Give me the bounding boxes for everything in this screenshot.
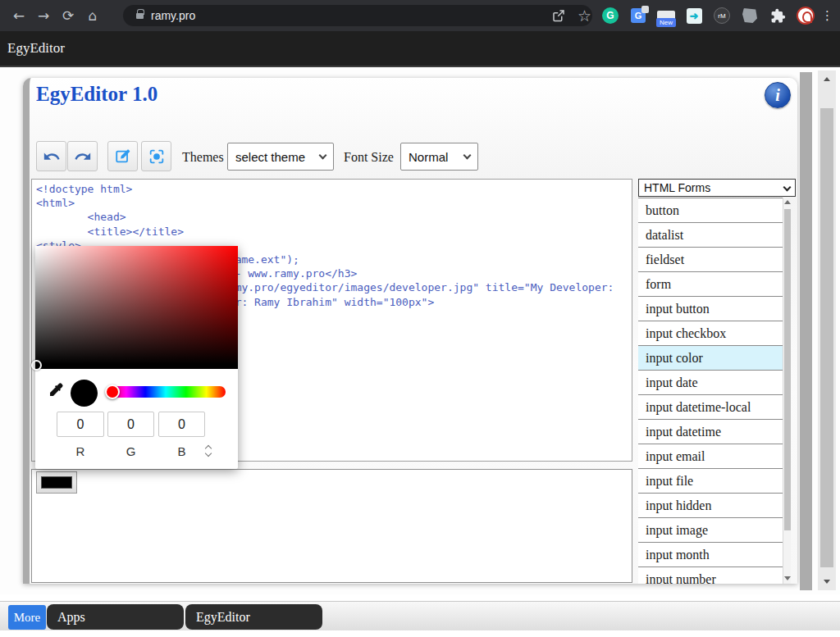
element-list-scrollbar[interactable] (783, 198, 791, 584)
element-list-item[interactable]: input datetime (638, 420, 783, 444)
element-list-item[interactable]: fieldset (638, 248, 783, 272)
grammarly-extension-icon[interactable]: G (601, 7, 619, 25)
forward-arrow-extension-icon[interactable]: ➜ (685, 7, 703, 25)
red-label: R (57, 444, 104, 458)
eyedropper-icon[interactable] (46, 381, 64, 399)
chevron-down-icon (783, 183, 792, 191)
window-scrollbar[interactable] (818, 71, 836, 590)
scrollbar-thumb[interactable] (784, 209, 791, 530)
element-list-item[interactable]: input hidden (638, 494, 783, 518)
taskbar: More Apps EgyEditor (0, 601, 840, 630)
theme-select[interactable]: select theme (227, 143, 334, 171)
element-list-item[interactable]: datalist (638, 223, 783, 248)
lock-icon (136, 13, 144, 19)
themes-label: Themes (182, 150, 224, 165)
scroll-down-icon[interactable] (824, 580, 830, 584)
page-scrollbar[interactable] (800, 72, 812, 590)
element-list-item[interactable]: input datetime-local (638, 395, 783, 420)
apps-button[interactable]: Apps (47, 604, 184, 630)
scroll-up-icon[interactable] (824, 77, 830, 81)
color-input-swatch[interactable] (36, 471, 77, 494)
code-line: <head> (36, 210, 632, 224)
info-icon[interactable]: i (765, 82, 791, 108)
back-icon[interactable]: ← (7, 3, 31, 28)
hue-slider[interactable] (106, 386, 226, 398)
browser-menu-icon[interactable]: ⋮ (821, 8, 833, 23)
page-title: EgyEditor 1.0 (36, 83, 158, 106)
page-viewport: EgyEditor 1.0 i (0, 67, 840, 594)
url-text: ramy.pro (151, 9, 195, 22)
red-input[interactable] (57, 412, 104, 437)
address-bar[interactable]: ramy.pro (123, 5, 592, 26)
chevron-down-icon (319, 152, 327, 160)
element-list-item[interactable]: input file (638, 469, 783, 494)
forward-icon[interactable]: → (31, 3, 56, 28)
scrollbar-thumb[interactable] (820, 108, 833, 567)
window-title: EgyEditor (7, 40, 65, 57)
format-switcher-icon[interactable] (203, 444, 214, 458)
element-list-item[interactable]: button (638, 198, 783, 223)
scroll-up-icon[interactable] (784, 200, 791, 204)
output-preview (31, 469, 632, 583)
undo-button[interactable] (36, 141, 66, 171)
font-size-label: Font Size (344, 150, 394, 165)
code-line: <title></title> (36, 225, 632, 239)
element-list-item[interactable]: input image (638, 518, 783, 543)
active-app-button[interactable]: EgyEditor (185, 604, 322, 630)
element-list-item[interactable]: input email (638, 444, 783, 469)
tool-extension-icon[interactable] (741, 7, 759, 25)
share-icon[interactable] (550, 7, 568, 25)
color-input-value (41, 476, 72, 489)
blue-input[interactable] (158, 412, 205, 437)
new-badge-extension-icon[interactable]: New (657, 7, 675, 25)
edit-button[interactable] (107, 141, 138, 171)
element-list-item[interactable]: form (638, 272, 783, 297)
home-icon[interactable]: ⌂ (80, 3, 105, 28)
green-input[interactable] (107, 412, 154, 437)
saturation-area[interactable] (35, 246, 238, 369)
element-list-item[interactable]: input button (638, 297, 783, 321)
font-size-select[interactable]: Normal (400, 143, 478, 171)
page: ← → ⟳ ⌂ ramy.pro ☆ G G New ➜ (0, 0, 840, 637)
rm-extension-icon[interactable]: rM (713, 7, 731, 25)
element-list-item[interactable]: input date (638, 371, 783, 395)
reload-icon[interactable]: ⟳ (56, 3, 80, 28)
more-button[interactable]: More (8, 605, 46, 630)
code-line: <html> (36, 196, 632, 210)
translate-extension-icon[interactable]: G (629, 7, 647, 25)
element-list-item[interactable]: input month (638, 543, 783, 567)
element-list-item[interactable]: input number (638, 567, 783, 584)
blue-label: B (158, 444, 205, 458)
focus-button[interactable] (141, 141, 171, 171)
chevron-down-icon (463, 152, 472, 160)
saturation-selector[interactable] (31, 360, 42, 371)
browser-toolbar: ← → ⟳ ⌂ ramy.pro ☆ G G New ➜ (0, 0, 840, 31)
element-category-select[interactable]: HTML Forms (638, 179, 796, 197)
redo-button[interactable] (67, 141, 98, 171)
app-container: EgyEditor 1.0 i (23, 78, 797, 584)
color-picker-popup: R G B (35, 246, 238, 469)
hue-slider-thumb[interactable] (105, 384, 120, 399)
code-line: <!doctype html> (36, 182, 632, 196)
element-list-item[interactable]: input checkbox (638, 321, 783, 346)
current-color-preview (71, 380, 98, 407)
bookmark-star-icon[interactable]: ☆ (578, 7, 591, 25)
profile-avatar[interactable] (797, 7, 815, 25)
app-window-header: EgyEditor - X (0, 31, 840, 67)
element-list: buttondatalistfieldsetforminput buttonin… (638, 198, 783, 584)
element-list-item[interactable]: input color (638, 346, 783, 371)
extensions-puzzle-icon[interactable] (769, 7, 787, 25)
green-label: G (107, 444, 154, 458)
scroll-down-icon[interactable] (784, 576, 791, 580)
